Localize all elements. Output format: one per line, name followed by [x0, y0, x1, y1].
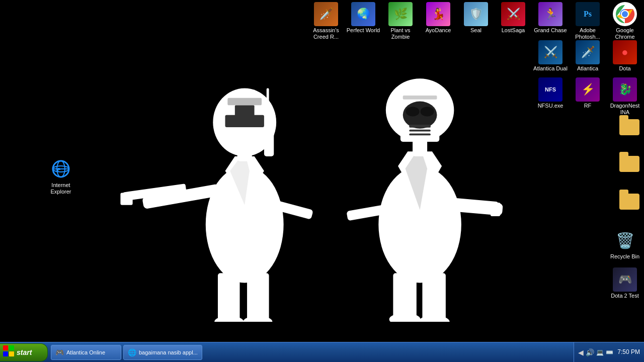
icon-atlantica-dual[interactable]: ⚔️ Atlantica Dual: [532, 39, 569, 73]
svg-rect-13: [227, 98, 262, 106]
taskbar-icon-browser: 🌐: [128, 348, 136, 356]
svg-rect-23: [422, 273, 445, 322]
tray-icon-volume[interactable]: 🔊: [586, 348, 594, 356]
svg-point-32: [406, 107, 420, 116]
system-clock: 7:50 PM: [617, 348, 640, 356]
icon-assassins-creed[interactable]: 🗡️ Assassin's Creed R...: [308, 1, 344, 41]
svg-rect-34: [409, 125, 431, 128]
taskbar: start 🎮 Atlantica Online 🌐 bagaimana nas…: [0, 342, 644, 362]
start-button[interactable]: start: [0, 343, 48, 361]
taskbar-icon-atlantica: 🎮: [55, 348, 64, 356]
taskbar-item-atlantica-label: Atlantica Online: [66, 349, 105, 355]
svg-rect-22: [393, 273, 416, 319]
icon-ayodance[interactable]: 💃 AyoDance: [420, 1, 456, 35]
tray-icon-keyboard[interactable]: ⌨️: [606, 349, 613, 356]
svg-rect-12: [235, 105, 255, 127]
icon-google-chrome[interactable]: GoogleChrome: [607, 1, 643, 41]
svg-rect-36: [409, 133, 431, 135]
icon-nfsu[interactable]: NFS NFSU.exe: [532, 76, 569, 110]
icon-lostsaga[interactable]: ⚔️ LostSaga: [495, 1, 531, 35]
icon-plant-vs-zombie[interactable]: 🌿 Plant vsZombie: [382, 1, 419, 41]
svg-rect-39: [491, 203, 500, 216]
svg-rect-18: [120, 193, 132, 205]
icon-perfect-world[interactable]: 🌏 Perfect World: [345, 1, 381, 35]
taskbar-item-browser-label: bagaimana nasib appl...: [139, 349, 198, 355]
svg-point-43: [622, 11, 628, 17]
taskbar-item-atlantica[interactable]: 🎮 Atlantica Online: [51, 345, 121, 360]
svg-point-33: [421, 107, 434, 116]
icon-internet-explorer[interactable]: e InternetExplorer: [43, 156, 79, 196]
svg-rect-4: [247, 273, 269, 322]
icon-grand-chase[interactable]: 🏃 Grand Chase: [532, 1, 569, 35]
windows-logo: [3, 345, 14, 359]
svg-text:e: e: [57, 165, 60, 173]
desktop: 🗡️ Assassin's Creed R... 🌏 Perfect World…: [0, 0, 644, 342]
start-label: start: [17, 348, 32, 356]
svg-rect-37: [403, 96, 437, 100]
tray-icon-network[interactable]: 💻: [596, 349, 604, 356]
icon-atlantica[interactable]: 🗡️ Atlantica: [570, 39, 606, 73]
svg-rect-15: [264, 132, 274, 156]
svg-rect-14: [267, 88, 269, 108]
svg-rect-3: [218, 273, 240, 322]
icon-adobe-photoshop[interactable]: Ps AdobePhotosh...: [570, 1, 606, 41]
svg-rect-49: [3, 345, 8, 350]
icon-dota[interactable]: ● Dota: [607, 39, 643, 73]
icon-recycle-bin[interactable]: 🗑️ Recycle Bin: [607, 227, 643, 261]
taskbar-item-browser[interactable]: 🌐 bagaimana nasib appl...: [123, 345, 202, 360]
icon-dota2-test[interactable]: 🎮 Dota 2 Test: [607, 266, 643, 300]
svg-rect-51: [3, 351, 8, 356]
icon-seal[interactable]: 🛡️ Seal: [458, 1, 494, 35]
svg-rect-52: [9, 351, 14, 356]
sys-tray-icons: ◀ 🔊 💻 ⌨️: [578, 348, 613, 356]
svg-rect-35: [409, 130, 431, 132]
system-tray: ◀ 🔊 💻 ⌨️ 7:50 PM: [574, 342, 644, 362]
folder-1[interactable]: [611, 118, 644, 137]
tray-icon-arrow[interactable]: ◀: [578, 348, 584, 356]
folder-3[interactable]: [611, 193, 644, 212]
wallpaper-image: [87, 20, 515, 322]
svg-rect-50: [9, 345, 14, 350]
icon-rf[interactable]: ⚡ RF: [570, 76, 606, 110]
folder-2[interactable]: [611, 155, 644, 174]
icon-dragonest-ina[interactable]: 🐉 DragonNestINA: [607, 76, 643, 117]
